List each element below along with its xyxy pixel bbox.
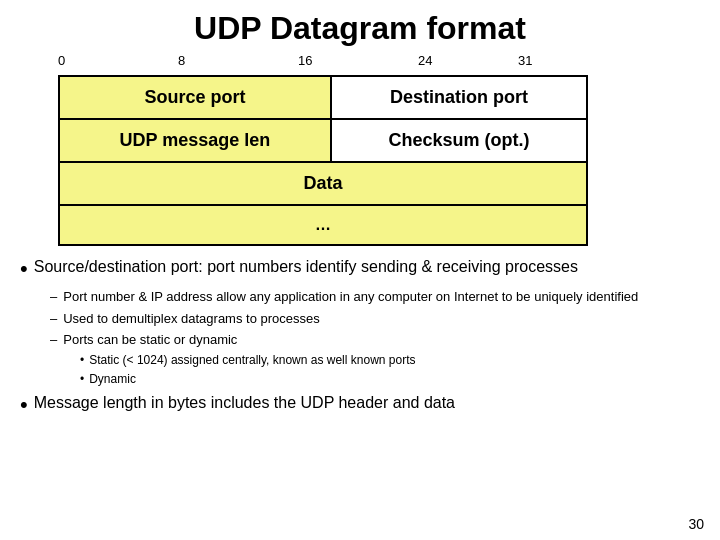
- bit-label-8: 8: [178, 53, 185, 68]
- bullet-2-dot: •: [20, 392, 28, 418]
- sub-sub-bullet-2-text: Dynamic: [89, 371, 136, 388]
- dash-1: –: [50, 288, 57, 306]
- page-number: 30: [688, 516, 704, 532]
- dash-3: –: [50, 331, 57, 349]
- sub-sub-bullet-1-text: Static (< 1024) assigned centrally, know…: [89, 352, 415, 369]
- dot-2: •: [80, 371, 84, 388]
- sub-sub-bullet-1: • Static (< 1024) assigned centrally, kn…: [80, 352, 700, 369]
- bit-label-0: 0: [58, 53, 65, 68]
- sub-bullet-1-1: – Port number & IP address allow any app…: [50, 288, 700, 306]
- dash-2: –: [50, 310, 57, 328]
- dots-cell: …: [59, 205, 587, 245]
- table-row-3: Data: [59, 162, 587, 205]
- page-title: UDP Datagram format: [0, 0, 720, 53]
- bit-label-31: 31: [518, 53, 532, 68]
- destination-port-cell: Destination port: [331, 76, 587, 119]
- udp-message-len-cell: UDP message len: [59, 119, 331, 162]
- sub-bullet-1-2-text: Used to demultiplex datagrams to process…: [63, 310, 320, 328]
- dot-1: •: [80, 352, 84, 369]
- bullet-1: • Source/destination port: port numbers …: [20, 256, 700, 282]
- sub-bullet-1-3: – Ports can be static or dynamic: [50, 331, 700, 349]
- bit-labels: 0 8 16 24 31: [30, 53, 690, 73]
- bit-label-16: 16: [298, 53, 312, 68]
- bit-label-24: 24: [418, 53, 432, 68]
- bullet-section: • Source/destination port: port numbers …: [20, 256, 700, 418]
- datagram-table: Source port Destination port UDP message…: [58, 75, 588, 246]
- checksum-cell: Checksum (opt.): [331, 119, 587, 162]
- table-row-2: UDP message len Checksum (opt.): [59, 119, 587, 162]
- sub-sub-bullet-2: • Dynamic: [80, 371, 700, 388]
- sub-bullet-1-1-text: Port number & IP address allow any appli…: [63, 288, 638, 306]
- source-port-cell: Source port: [59, 76, 331, 119]
- diagram-area: 0 8 16 24 31 Source port Destination por…: [30, 53, 690, 246]
- sub-bullet-1-2: – Used to demultiplex datagrams to proce…: [50, 310, 700, 328]
- bullet-2: • Message length in bytes includes the U…: [20, 392, 700, 418]
- table-row-4: …: [59, 205, 587, 245]
- table-row-1: Source port Destination port: [59, 76, 587, 119]
- bullet-2-text: Message length in bytes includes the UDP…: [34, 392, 455, 414]
- sub-bullets-1: – Port number & IP address allow any app…: [50, 288, 700, 387]
- sub-bullet-1-3-text: Ports can be static or dynamic: [63, 331, 237, 349]
- sub-sub-bullets: • Static (< 1024) assigned centrally, kn…: [80, 352, 700, 388]
- bullet-1-dot: •: [20, 256, 28, 282]
- bullet-1-text: Source/destination port: port numbers id…: [34, 256, 578, 278]
- data-cell: Data: [59, 162, 587, 205]
